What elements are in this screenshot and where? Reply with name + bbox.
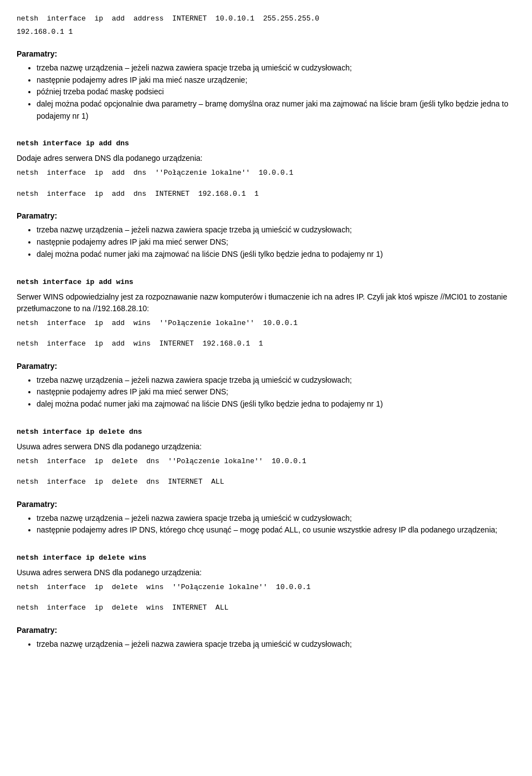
param-item: następnie podajemy adres IP jaki ma mieć… bbox=[37, 386, 515, 398]
top-code-block: netsh interface ip add address INTERNET … bbox=[17, 13, 515, 37]
params-list-2: trzeba nazwę urządzenia – jeżeli nazwa z… bbox=[37, 224, 515, 260]
param-item: trzeba nazwę urządzenia – jeżeli nazwa z… bbox=[37, 62, 515, 74]
param-item: następnie podajemy adres IP jaki ma mieć… bbox=[37, 236, 515, 248]
params-label-1: Paramatry: trzeba nazwę urządzenia – jeż… bbox=[17, 48, 515, 122]
example-delete-dns-2: netsh interface ip delete dns INTERNET A… bbox=[17, 476, 515, 488]
params-label-4: Paramatry: bbox=[17, 499, 515, 510]
example-delete-wins-2: netsh interface ip delete wins INTERNET … bbox=[17, 602, 515, 613]
params-list-5: trzeba nazwę urządzenia – jeżeli nazwa z… bbox=[37, 638, 515, 651]
heading-ip-add-dns: netsh interface ip add dns bbox=[17, 138, 515, 149]
param-item: trzeba nazwę urządzenia – jeżeli nazwa z… bbox=[37, 513, 515, 525]
params-list-3: trzeba nazwę urządzenia – jeżeli nazwa z… bbox=[37, 374, 515, 410]
param-item: dalej można podać numer jaki ma zajmować… bbox=[37, 398, 515, 410]
description-ip-delete-wins: Usuwa adres serwera DNS dla podanego urz… bbox=[17, 567, 515, 579]
param-item: dalej można podać opcjonalnie dwa parame… bbox=[37, 98, 515, 122]
section-ip-delete-dns: netsh interface ip delete dns Usuwa adre… bbox=[17, 426, 515, 536]
example-delete-dns-1: netsh interface ip delete dns ''Połączen… bbox=[17, 456, 515, 467]
description-ip-add-dns: Dodaje adres serwera DNS dla podanego ur… bbox=[17, 153, 515, 164]
param-item: trzeba nazwę urządzenia – jeżeli nazwa z… bbox=[37, 224, 515, 236]
params-label-5: Paramatry: bbox=[17, 625, 515, 636]
code-line-1: netsh interface ip add address INTERNET … bbox=[17, 13, 515, 24]
code-line-2: 192.168.0.1 1 bbox=[17, 27, 515, 38]
heading-ip-add-wins: netsh interface ip add wins bbox=[17, 276, 515, 288]
param-item: trzeba nazwę urządzenia – jeżeli nazwa z… bbox=[37, 638, 515, 651]
heading-ip-delete-dns: netsh interface ip delete dns bbox=[17, 426, 515, 438]
params-label-2: Paramatry: bbox=[17, 210, 515, 222]
param-item: następnie podajemy adres IP DNS, którego… bbox=[37, 524, 515, 536]
section-ip-add-dns: netsh interface ip add dns Dodaje adres … bbox=[17, 138, 515, 260]
example-dns-2: netsh interface ip add dns INTERNET 192.… bbox=[17, 189, 515, 200]
params-list-1: trzeba nazwę urządzenia – jeżeli nazwa z… bbox=[37, 62, 515, 122]
param-item: trzeba nazwę urządzenia – jeżeli nazwa z… bbox=[37, 374, 515, 387]
example-delete-wins-1: netsh interface ip delete wins ''Połącze… bbox=[17, 582, 515, 593]
example-dns-1: netsh interface ip add dns ''Połączenie … bbox=[17, 168, 515, 179]
section-ip-delete-wins: netsh interface ip delete wins Usuwa adr… bbox=[17, 552, 515, 651]
params-list-4: trzeba nazwę urządzenia – jeżeli nazwa z… bbox=[37, 513, 515, 536]
heading-ip-delete-wins: netsh interface ip delete wins bbox=[17, 552, 515, 564]
params-label-3: Paramatry: bbox=[17, 361, 515, 372]
param-item: następnie podajemy adres IP jaki ma mieć… bbox=[37, 74, 515, 87]
section-ip-add-wins: netsh interface ip add wins Serwer WINS … bbox=[17, 276, 515, 410]
example-wins-1: netsh interface ip add wins ''Połączenie… bbox=[17, 318, 515, 329]
param-item: dalej można podać numer jaki ma zajmować… bbox=[37, 248, 515, 261]
description-ip-add-wins: Serwer WINS odpowiedzialny jest za rozpo… bbox=[17, 291, 515, 315]
description-ip-delete-dns: Usuwa adres serwera DNS dla podanego urz… bbox=[17, 441, 515, 453]
example-wins-2: netsh interface ip add wins INTERNET 192… bbox=[17, 338, 515, 349]
param-item: później trzeba podać maskę podsieci bbox=[37, 86, 515, 98]
